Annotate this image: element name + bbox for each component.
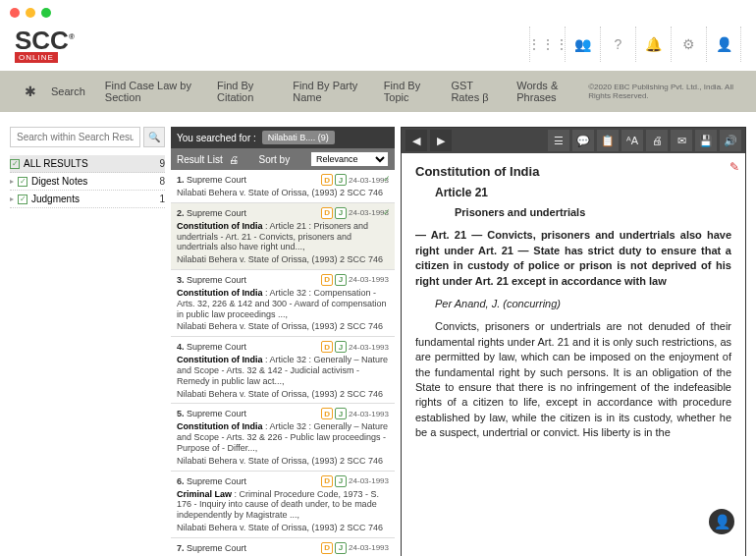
search-prefix: You searched for : xyxy=(177,133,256,143)
edit-icon[interactable]: ✎ xyxy=(729,159,739,176)
expand-icon[interactable]: ▸ xyxy=(10,177,14,186)
copy-icon[interactable]: 📋 xyxy=(597,130,619,151)
content-area: 🔍 ✓ALL RESULTS 9 ▸✓Digest Notes 8 ▸✓Judg… xyxy=(0,112,756,556)
header-icons: ⋮⋮⋮ 👥 ? 🔔 ⚙ 👤 xyxy=(529,27,741,62)
nav-icon[interactable]: ✱ xyxy=(15,80,41,103)
left-panel: 🔍 ✓ALL RESULTS 9 ▸✓Digest Notes 8 ▸✓Judg… xyxy=(10,127,165,556)
print-icon[interactable]: 🖨 xyxy=(229,154,239,165)
nav-citation[interactable]: Find By Citation xyxy=(207,76,283,107)
doc-paragraph: Convicts, prisoners or undertrials are n… xyxy=(415,319,731,440)
doc-title: Constitution of India xyxy=(415,163,731,181)
filter-digest-notes[interactable]: ▸✓Digest Notes 8 xyxy=(10,173,165,191)
search-tag-bar: You searched for : Nilabati B.... (9) xyxy=(171,127,395,148)
logo: SCC® ONLINE xyxy=(15,26,75,63)
filter-all-results[interactable]: ✓ALL RESULTS 9 xyxy=(10,155,165,173)
result-item[interactable]: 3. Supreme Court DJ 24-03-1993 Constitut… xyxy=(171,270,395,337)
filter-all-label: ALL RESULTS xyxy=(24,158,88,169)
doc-toolbar: ◀ ▶ ☰ 💬 📋 ᴬA 🖨 ✉ 💾 🔊 xyxy=(402,128,745,153)
doc-article: Article 21 xyxy=(435,185,731,201)
print-icon[interactable]: 🖨 xyxy=(646,130,668,151)
filter-label: Digest Notes xyxy=(31,176,87,187)
right-panel: ◀ ▶ ☰ 💬 📋 ᴬA 🖨 ✉ 💾 🔊 ✎ Constitution of I… xyxy=(401,127,746,556)
gear-icon[interactable]: ⚙ xyxy=(671,27,706,62)
doc-headnote: — Art. 21 — Convicts, prisoners and unde… xyxy=(415,228,731,289)
nav-gst[interactable]: GST Rates β xyxy=(441,76,507,107)
next-icon[interactable]: ▶ xyxy=(430,130,452,151)
filter-search-input[interactable] xyxy=(10,127,140,147)
result-header: Result List 🖨 Sort by Relevance xyxy=(171,148,395,170)
result-item[interactable]: 7. Supreme Court DJ 24-03-1993 Criminal … xyxy=(171,538,395,556)
sort-label: Sort by xyxy=(259,154,291,165)
fab-button[interactable]: 👤 xyxy=(709,509,734,534)
expand-icon[interactable]: ▸ xyxy=(10,195,14,203)
doc-content[interactable]: ✎ Constitution of India Article 21 Priso… xyxy=(402,153,745,556)
result-item[interactable]: 2. Supreme Court DJ 24-03-1993 Constitut… xyxy=(171,203,395,270)
help-icon[interactable]: ? xyxy=(600,27,635,62)
middle-panel: You searched for : Nilabati B.... (9) Re… xyxy=(171,127,395,556)
list-icon[interactable]: ☰ xyxy=(548,130,569,151)
result-item[interactable]: 6. Supreme Court DJ 24-03-1993 Criminal … xyxy=(171,472,395,538)
filter-count: 8 xyxy=(159,176,165,187)
sort-select[interactable]: Relevance xyxy=(310,151,389,167)
grid-icon[interactable]: ⋮⋮⋮ xyxy=(529,27,565,62)
result-item[interactable]: 1. Supreme Court DJ 24-03-1993 Nilabati … xyxy=(171,170,395,203)
doc-judge: Per Anand, J. (concurring) xyxy=(435,297,731,311)
checkbox-icon: ✓ xyxy=(18,195,27,204)
checkbox-icon: ✓ xyxy=(10,159,20,169)
doc-subtitle: Prisoners and undertrials xyxy=(455,205,731,220)
result-list[interactable]: 1. Supreme Court DJ 24-03-1993 Nilabati … xyxy=(171,170,395,556)
chat-icon[interactable]: 💬 xyxy=(572,130,594,151)
nav-words[interactable]: Words & Phrases xyxy=(507,76,588,107)
save-icon[interactable]: 💾 xyxy=(695,130,717,151)
filter-search-box: 🔍 xyxy=(10,127,165,147)
bell-icon[interactable]: 🔔 xyxy=(635,27,671,62)
maximize-window-icon[interactable] xyxy=(41,8,51,18)
result-item[interactable]: 4. Supreme Court DJ 24-03-1993 Constitut… xyxy=(171,337,395,404)
filter-judgments[interactable]: ▸✓Judgments 1 xyxy=(10,191,165,208)
font-icon[interactable]: ᴬA xyxy=(621,130,643,151)
filter-search-button[interactable]: 🔍 xyxy=(143,127,165,147)
result-item[interactable]: 5. Supreme Court DJ 24-03-1993 Constitut… xyxy=(171,404,395,471)
header: SCC® ONLINE ⋮⋮⋮ 👥 ? 🔔 ⚙ 👤 xyxy=(0,26,756,71)
nav-party[interactable]: Find By Party Name xyxy=(283,76,374,107)
nav-search[interactable]: Search xyxy=(41,82,95,101)
nav-case-law[interactable]: Find Case Law by Section xyxy=(95,76,207,107)
nav-topic[interactable]: Find By Topic xyxy=(374,76,442,107)
search-tag[interactable]: Nilabati B.... (9) xyxy=(262,131,335,144)
prev-icon[interactable]: ◀ xyxy=(405,130,427,151)
users-icon[interactable]: 👥 xyxy=(565,27,600,62)
navbar: ✱ Search Find Case Law by Section Find B… xyxy=(0,71,756,112)
user-icon[interactable]: 👤 xyxy=(706,27,741,62)
logo-text: SCC® xyxy=(15,26,75,56)
mail-icon[interactable]: ✉ xyxy=(671,130,692,151)
filter-all-count: 9 xyxy=(159,158,165,169)
filter-count: 1 xyxy=(159,194,165,204)
close-window-icon[interactable] xyxy=(10,8,20,18)
sound-icon[interactable]: 🔊 xyxy=(720,130,741,151)
checkbox-icon: ✓ xyxy=(18,177,27,187)
result-list-label: Result List xyxy=(177,154,223,165)
filter-label: Judgments xyxy=(31,194,80,204)
copyright-text: ©2020 EBC Publishing Pvt. Ltd., India. A… xyxy=(588,83,741,100)
minimize-window-icon[interactable] xyxy=(26,8,35,18)
window-controls xyxy=(0,0,756,26)
